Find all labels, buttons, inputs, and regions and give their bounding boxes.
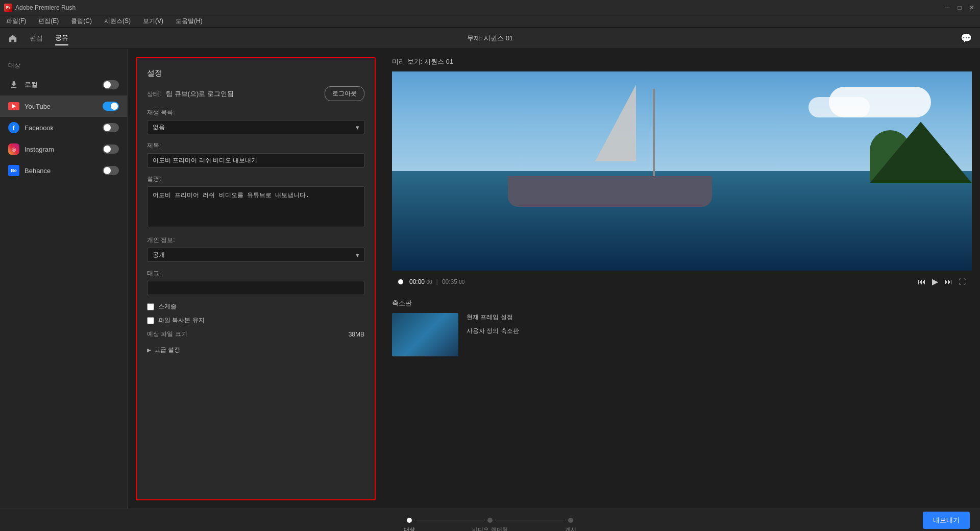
- title-row: 제목:: [147, 141, 364, 167]
- playlist-select-wrapper: 없음: [147, 120, 364, 134]
- local-toggle[interactable]: [103, 80, 119, 89]
- facebook-icon: f: [8, 122, 19, 133]
- description-row: 설명:: [147, 175, 364, 229]
- time-current: 00:00 00: [409, 278, 432, 285]
- publish-button[interactable]: 내보내기: [923, 512, 970, 529]
- preview-title: 미리 보기: 시퀀스 01: [392, 57, 972, 66]
- facebook-toggle[interactable]: [103, 123, 119, 132]
- maximize-button[interactable]: □: [955, 4, 964, 12]
- step-dot-1: [407, 518, 412, 523]
- sidebar-item-youtube[interactable]: YouTube: [0, 95, 127, 117]
- play-pause-button[interactable]: ▶: [932, 277, 938, 286]
- set-current-frame-option[interactable]: 현재 프레임 설정: [467, 313, 519, 322]
- sidebar-item-facebook-label: Facebook: [24, 124, 103, 132]
- nav-tabs: 편집 공유: [8, 31, 68, 45]
- title-label: 제목:: [147, 141, 364, 150]
- schedule-label: 스케줄: [158, 302, 177, 311]
- top-nav: 편집 공유 무제: 시퀀스 01 💬: [0, 28, 980, 49]
- thumbnail-section-title: 축소판: [392, 299, 972, 308]
- privacy-select-wrapper: 공개 비공개 일부 공개: [147, 248, 364, 262]
- title-bar: Pr Adobe Premiere Rush ─ □ ✕: [0, 0, 980, 15]
- sidebar-item-local[interactable]: 로컬: [0, 74, 127, 95]
- instagram-toggle[interactable]: [103, 144, 119, 154]
- chat-icon[interactable]: 💬: [961, 33, 972, 43]
- nav-tab-share[interactable]: 공유: [55, 31, 68, 45]
- behance-toggle[interactable]: [103, 166, 119, 175]
- thumbnail-section: 축소판 현재 프레임 설정 사용자 정의 축소판: [392, 299, 972, 356]
- thumbnail-preview: [392, 313, 458, 356]
- chevron-right-icon: ▶: [147, 347, 151, 353]
- top-nav-right: 💬: [961, 33, 972, 44]
- status-value: 팀 큐브(으)로 로그인됨: [166, 90, 234, 98]
- sidebar: 대상 로컬 YouTube f Facebook: [0, 49, 128, 509]
- logout-button[interactable]: 로그아웃: [325, 86, 364, 101]
- step-dot-2: [487, 518, 493, 523]
- playlist-label: 재생 목록:: [147, 108, 364, 117]
- description-textarea[interactable]: [147, 186, 364, 227]
- step-dot-3: [568, 518, 573, 523]
- youtube-toggle[interactable]: [103, 102, 119, 111]
- tags-input[interactable]: [147, 281, 364, 295]
- close-button[interactable]: ✕: [968, 4, 976, 12]
- sidebar-section-title: 대상: [0, 57, 127, 74]
- privacy-select[interactable]: 공개 비공개 일부 공개: [147, 248, 364, 262]
- menu-view[interactable]: 보기(V): [141, 17, 165, 26]
- schedule-checkbox[interactable]: [147, 303, 154, 310]
- sidebar-item-instagram[interactable]: ◎ Instagram: [0, 138, 127, 160]
- privacy-label: 개인 정보:: [147, 236, 364, 245]
- expand-icon[interactable]: ⛶: [959, 278, 966, 286]
- step-forward-button[interactable]: ⏭: [944, 277, 952, 286]
- step-connector-2: [495, 520, 566, 520]
- playback-controls: ⏮ ▶ ⏭ ⛶: [918, 277, 966, 286]
- sequence-title: 무제: 시퀀스 01: [467, 34, 513, 43]
- file-size-row: 예상 파일 크기 38MB: [147, 330, 364, 339]
- keep-files-label: 파일 복사본 유지: [158, 316, 205, 325]
- tags-label: 태그:: [147, 269, 364, 278]
- custom-thumbnail-option[interactable]: 사용자 정의 축소판: [467, 327, 519, 335]
- bottom-bar: 대상 비디오 렌더링 게시 내보내기: [0, 509, 980, 531]
- tags-row: 태그:: [147, 269, 364, 295]
- menu-file[interactable]: 파일(F): [4, 17, 28, 26]
- sidebar-item-behance[interactable]: Be Behance: [0, 160, 127, 181]
- thumbnail-options: 현재 프레임 설정 사용자 정의 축소판: [467, 313, 519, 335]
- minimize-button[interactable]: ─: [943, 4, 951, 12]
- home-icon[interactable]: [8, 34, 17, 43]
- keep-files-checkbox[interactable]: [147, 317, 154, 324]
- playhead-dot: [398, 279, 403, 284]
- step-label-1: 대상: [404, 526, 415, 532]
- sidebar-item-youtube-label: YouTube: [24, 103, 103, 110]
- file-size-value: 38MB: [349, 331, 364, 338]
- settings-title: 설정: [147, 68, 364, 78]
- step-back-button[interactable]: ⏮: [918, 277, 926, 286]
- sidebar-item-behance-label: Behance: [24, 167, 103, 175]
- menu-sequence[interactable]: 시퀀스(S): [102, 17, 133, 26]
- menu-clip[interactable]: 클립(C): [69, 17, 94, 26]
- playlist-row: 재생 목록: 없음: [147, 108, 364, 134]
- timeline-controls: 00:00 00 | 00:35 00 ⏮ ▶ ⏭ ⛶: [392, 273, 972, 291]
- privacy-row: 개인 정보: 공개 비공개 일부 공개: [147, 236, 364, 262]
- sidebar-item-instagram-label: Instagram: [24, 146, 103, 153]
- nav-tab-edit[interactable]: 편집: [30, 32, 43, 45]
- menu-edit[interactable]: 편집(E): [36, 17, 61, 26]
- sidebar-item-facebook[interactable]: f Facebook: [0, 117, 127, 138]
- preview-video: [392, 71, 972, 271]
- menu-bar: 파일(F) 편집(E) 클립(C) 시퀀스(S) 보기(V) 도움말(H): [0, 15, 980, 28]
- advanced-toggle[interactable]: ▶ 고급 설정: [147, 346, 364, 354]
- thumbnail-content: 현재 프레임 설정 사용자 정의 축소판: [392, 313, 972, 356]
- video-placeholder: [392, 71, 972, 271]
- menu-help[interactable]: 도움말(H): [174, 17, 205, 26]
- youtube-icon: [8, 101, 19, 112]
- settings-panel: 설정 상태: 팀 큐브(으)로 로그인됨 로그아웃 재생 목록: 없음 제목:: [136, 57, 376, 500]
- title-bar-left: Pr Adobe Premiere Rush: [4, 4, 76, 12]
- app-title: Adobe Premiere Rush: [15, 4, 76, 11]
- playlist-select[interactable]: 없음: [147, 120, 364, 134]
- step-label-3: 게시: [565, 526, 576, 532]
- title-bar-controls: ─ □ ✕: [943, 4, 976, 12]
- keep-files-row: 파일 복사본 유지: [147, 316, 364, 325]
- main-content: 대상 로컬 YouTube f Facebook: [0, 49, 980, 509]
- preview-panel: 미리 보기: 시퀀스 01 00:00 00: [384, 49, 980, 509]
- step-label-2: 비디오 렌더링: [472, 526, 507, 532]
- advanced-label: 고급 설정: [154, 346, 180, 354]
- status-row: 상태: 팀 큐브(으)로 로그인됨 로그아웃: [147, 86, 364, 101]
- title-input[interactable]: [147, 153, 364, 167]
